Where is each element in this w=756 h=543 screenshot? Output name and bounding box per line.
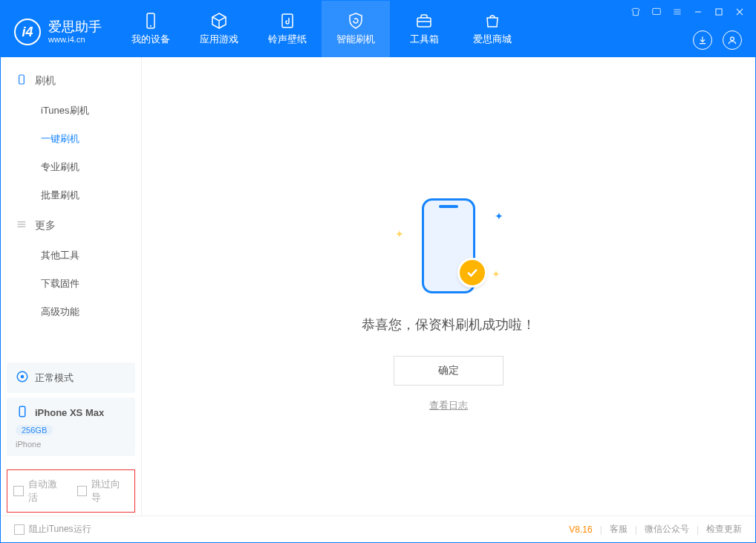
window-controls (630, 7, 745, 17)
device-type: iPhone (16, 440, 41, 449)
phone-icon (142, 12, 160, 30)
nav-tools[interactable]: 工具箱 (390, 1, 458, 57)
top-nav: 我的设备 应用游戏 铃声壁纸 智能刷机 工具箱 爱思商城 (117, 1, 527, 57)
app-url: www.i4.cn (48, 35, 102, 45)
svg-rect-14 (19, 75, 25, 84)
svg-point-13 (731, 37, 734, 41)
titlebar-actions (693, 30, 742, 50)
logo: i4 爱思助手 www.i4.cn (14, 1, 117, 57)
nav-apps[interactable]: 应用游戏 (185, 1, 253, 57)
sidebar-item-advanced[interactable]: 高级功能 (1, 298, 141, 326)
sidebar-item-other-tools[interactable]: 其他工具 (1, 241, 141, 270)
sidebar-section-flash: 刷机 (1, 65, 141, 97)
list-icon (16, 218, 27, 233)
checkbox-icon (13, 486, 24, 496)
device-icon (16, 405, 29, 420)
feedback-icon[interactable] (651, 7, 662, 17)
checkbox-icon (77, 486, 88, 496)
device-card[interactable]: iPhone XS Max 256GB iPhone (7, 397, 135, 456)
minimize-icon[interactable] (693, 7, 703, 17)
body: 刷机 iTunes刷机 一键刷机 专业刷机 批量刷机 更多 其他工具 下载固件 … (1, 57, 755, 516)
sidebar-section-more: 更多 (1, 209, 141, 241)
sidebar-item-pro[interactable]: 专业刷机 (1, 153, 141, 181)
menu-icon[interactable] (672, 7, 682, 17)
view-log-link[interactable]: 查看日志 (429, 399, 468, 412)
nav-flash[interactable]: 智能刷机 (322, 1, 390, 57)
success-illustration: ✦ ✦ ✦ (374, 198, 523, 310)
device-name: iPhone XS Max (35, 407, 104, 418)
svg-point-19 (21, 375, 25, 379)
statusbar: 阻止iTunes运行 V8.16 | 客服 | 微信公众号 | 检查更新 (1, 516, 755, 542)
nav-device[interactable]: 我的设备 (117, 1, 185, 57)
sidebar-item-batch[interactable]: 批量刷机 (1, 181, 141, 209)
svg-point-1 (150, 25, 151, 27)
checkbox-icon (14, 524, 25, 535)
sidebar-item-oneclick[interactable]: 一键刷机 (1, 125, 141, 153)
svg-rect-20 (19, 406, 25, 417)
download-button[interactable] (693, 30, 712, 50)
wechat-link[interactable]: 微信公众号 (645, 523, 689, 536)
checkbox-skip-guide[interactable]: 跳过向导 (77, 478, 129, 504)
confirm-button[interactable]: 确定 (394, 356, 504, 386)
close-icon[interactable] (734, 7, 745, 17)
normal-mode-icon (16, 370, 29, 386)
skin-icon[interactable] (630, 7, 641, 17)
svg-rect-5 (653, 8, 661, 14)
app-title: 爱思助手 (48, 19, 102, 36)
phone-outline-icon (16, 74, 27, 88)
maximize-icon[interactable] (714, 7, 724, 17)
checkbox-auto-activate[interactable]: 自动激活 (13, 478, 65, 504)
device-mode-card[interactable]: 正常模式 (7, 362, 135, 393)
titlebar: i4 爱思助手 www.i4.cn 我的设备 应用游戏 铃声壁纸 智能刷机 (1, 1, 755, 57)
result-panel: ✦ ✦ ✦ 恭喜您，保资料刷机成功啦！ 确定 查看日志 (362, 198, 535, 412)
support-link[interactable]: 客服 (610, 523, 628, 536)
nav-ringtones[interactable]: 铃声壁纸 (253, 1, 322, 57)
cube-icon (210, 12, 228, 30)
shield-refresh-icon (347, 12, 365, 30)
logo-icon: i4 (14, 19, 41, 45)
sidebar: 刷机 iTunes刷机 一键刷机 专业刷机 批量刷机 更多 其他工具 下载固件 … (1, 57, 142, 516)
sidebar-item-itunes[interactable]: iTunes刷机 (1, 97, 141, 125)
flash-options: 自动激活 跳过向导 (7, 469, 135, 513)
account-button[interactable] (723, 30, 742, 50)
result-message: 恭喜您，保资料刷机成功啦！ (362, 316, 535, 334)
device-capacity: 256GB (16, 425, 53, 435)
app-window: i4 爱思助手 www.i4.cn 我的设备 应用游戏 铃声壁纸 智能刷机 (0, 0, 756, 543)
content: ✦ ✦ ✦ 恭喜您，保资料刷机成功啦！ 确定 查看日志 (142, 57, 755, 516)
bag-icon (483, 12, 501, 30)
sidebar-item-download-fw[interactable]: 下载固件 (1, 270, 141, 298)
toolbox-icon (415, 12, 433, 30)
check-update-link[interactable]: 检查更新 (706, 523, 742, 536)
music-file-icon (278, 12, 296, 30)
check-badge-icon (457, 258, 487, 287)
nav-store[interactable]: 爱思商城 (458, 1, 527, 57)
checkbox-stop-itunes[interactable]: 阻止iTunes运行 (14, 523, 91, 536)
sidebar-bottom: 正常模式 iPhone XS Max 256GB iPhone (1, 352, 141, 462)
version-label: V8.16 (569, 524, 592, 535)
svg-rect-3 (417, 18, 431, 27)
svg-rect-10 (716, 9, 722, 15)
